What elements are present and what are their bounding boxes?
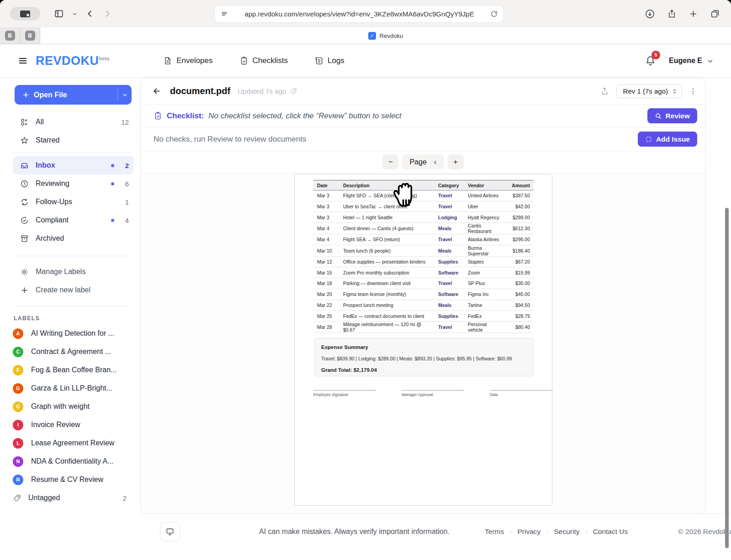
label-item[interactable]: N NDA & Confidentiality A...: [13, 452, 138, 470]
plus-icon: +: [23, 89, 29, 101]
more-options-button[interactable]: [689, 87, 697, 95]
label-item[interactable]: C Contract & Agreement ...: [13, 343, 138, 361]
pinned-tab[interactable]: B: [20, 27, 40, 44]
label-item[interactable]: G Garza & Lin LLP-Bright...: [13, 379, 138, 397]
expense-table-row: Mar 28 Mileage reimbursement — 120 mi @ …: [313, 321, 534, 333]
new-tab-icon[interactable]: [689, 9, 698, 19]
forward-button[interactable]: [103, 9, 112, 18]
pinned-tab-favicon: B: [5, 31, 15, 41]
refresh-icon: [20, 198, 29, 206]
export-icon[interactable]: [600, 87, 609, 95]
labels-list: A AI Writing Detection for ... C Contrac…: [0, 324, 138, 489]
label-item[interactable]: L Lease Agreement Review: [13, 434, 138, 452]
display-mode-button[interactable]: [160, 522, 180, 541]
user-name: Eugene E: [669, 57, 702, 65]
checklist-label: Checklist:: [167, 111, 204, 121]
review-button[interactable]: Review: [647, 108, 697, 123]
sidebar-item-compliant[interactable]: Compliant 4: [13, 211, 133, 229]
notifications-button[interactable]: 5: [645, 54, 656, 68]
open-file-button[interactable]: + Open File: [15, 85, 132, 105]
chevron-down-icon[interactable]: [72, 11, 77, 16]
tab-overview-icon[interactable]: [710, 9, 720, 19]
zoom-in-button[interactable]: +: [448, 154, 464, 169]
revision-select[interactable]: Rev 1 (7s ago): [616, 85, 682, 98]
label-avatar: L: [13, 438, 23, 449]
signature-line-employee: Employee Signature: [313, 390, 376, 397]
label-item[interactable]: G Graph with weight: [13, 397, 138, 416]
pinned-tabs: BB: [0, 27, 40, 44]
chevron-down-icon[interactable]: [118, 92, 132, 98]
expense-table-row: Mar 12 Office supplies — presentation bi…: [313, 256, 534, 267]
vertical-scrollbar[interactable]: [725, 208, 729, 548]
downloads-icon[interactable]: [645, 9, 655, 19]
dashed-region-icon: [645, 136, 652, 143]
archive-icon: [20, 234, 29, 243]
create-new-label-button[interactable]: Create new label: [13, 281, 133, 299]
page-toolbar: − Page ‹ +: [141, 151, 705, 173]
active-tab[interactable]: ✓ Revdoku: [40, 27, 731, 44]
check-circle-icon: [20, 216, 29, 225]
window-controls-pill[interactable]: [10, 7, 40, 21]
expense-table-row: Mar 22 Prospect lunch meeting Meals Tart…: [313, 300, 534, 311]
inbox-icon: [20, 161, 29, 170]
top-nav: Envelopes Checklists Logs: [163, 56, 344, 65]
share-icon[interactable]: [667, 9, 677, 19]
label-item[interactable]: A AI Writing Detection for ...: [13, 324, 138, 343]
checks-bar: No checks, run Review to review document…: [141, 127, 705, 151]
sidebar-item-starred[interactable]: Starred: [13, 131, 133, 149]
zoom-out-button[interactable]: −: [382, 154, 398, 169]
label-avatar: A: [13, 328, 23, 339]
sidebar-item-all[interactable]: All 12: [13, 113, 133, 131]
footer-link[interactable]: Privacy: [504, 528, 540, 536]
user-menu[interactable]: Eugene E: [669, 57, 714, 65]
ai-disclaimer: AI can make mistakes. Always verify impo…: [259, 528, 450, 536]
checklist-icon: [154, 111, 162, 120]
monitor-icon: [165, 527, 175, 536]
sidebar-item-archived[interactable]: Archived: [13, 229, 133, 248]
pdf-viewer[interactable]: Date Description Category Vendor Amount …: [141, 173, 705, 513]
url-text: app.revdoku.com/envelopes/view?id=env_3K…: [228, 10, 490, 18]
label-avatar: G: [13, 383, 23, 394]
beta-badge: beta: [99, 56, 110, 61]
previous-page-icon[interactable]: ‹: [434, 158, 437, 167]
nav-envelopes[interactable]: Envelopes: [163, 56, 212, 65]
sidebar-item-untagged[interactable]: Untagged 2: [13, 489, 127, 507]
footer-link[interactable]: Security: [540, 528, 579, 536]
star-icon: [20, 136, 29, 145]
back-arrow-button[interactable]: [152, 86, 162, 96]
hamburger-menu-icon[interactable]: [17, 55, 28, 66]
sidebar: + Open File All 12 Starred Inbox 2: [0, 78, 138, 560]
label-item[interactable]: R Resume & CV Review: [13, 470, 138, 489]
manage-labels-button[interactable]: Manage Labels: [13, 263, 133, 281]
back-button[interactable]: [85, 9, 95, 18]
nav-logs[interactable]: Logs: [314, 56, 344, 65]
app-logo[interactable]: REVDOKUbeta: [36, 54, 109, 68]
label-avatar: F: [13, 365, 23, 375]
clock-icon: [20, 180, 29, 188]
footer-link[interactable]: Contact Us: [579, 528, 628, 536]
magnifier-icon: [655, 112, 662, 120]
expense-table-row: Mar 18 Parking — downtown client visit T…: [313, 278, 534, 289]
sidebar-item-reviewing[interactable]: Reviewing 6: [13, 174, 133, 193]
add-issue-button[interactable]: Add Issue: [638, 132, 697, 147]
footer-link[interactable]: Terms: [485, 528, 504, 536]
expense-summary-title: Expense Summary: [321, 344, 527, 350]
pinned-tab[interactable]: B: [0, 27, 20, 44]
label-item[interactable]: I Invoice Review: [13, 416, 138, 434]
reader-icon[interactable]: [220, 10, 228, 18]
sidebar-item-follow-ups[interactable]: Follow-Ups 1: [13, 193, 133, 211]
tag-icon[interactable]: [290, 87, 297, 95]
sidebar-toggle-icon[interactable]: [54, 9, 64, 19]
label-item[interactable]: F Fog & Bean Coffee Bran...: [13, 361, 138, 379]
expense-table-row: Mar 25 FedEx — contract documents to cli…: [313, 311, 534, 322]
tag-icon: [13, 494, 21, 502]
url-bar[interactable]: app.revdoku.com/envelopes/view?id=env_3K…: [215, 5, 503, 22]
nav-checklists[interactable]: Checklists: [239, 56, 288, 65]
sidebar-item-inbox[interactable]: Inbox 2: [13, 156, 133, 174]
unread-dot: [111, 219, 114, 222]
reload-icon[interactable]: [490, 10, 498, 18]
gear-icon: [20, 268, 29, 276]
expense-table-row: Mar 4 Client dinner — Canlis (4 guests) …: [313, 223, 534, 234]
page-control[interactable]: Page ‹: [402, 154, 444, 169]
expense-table: Date Description Category Vendor Amount …: [313, 180, 534, 333]
